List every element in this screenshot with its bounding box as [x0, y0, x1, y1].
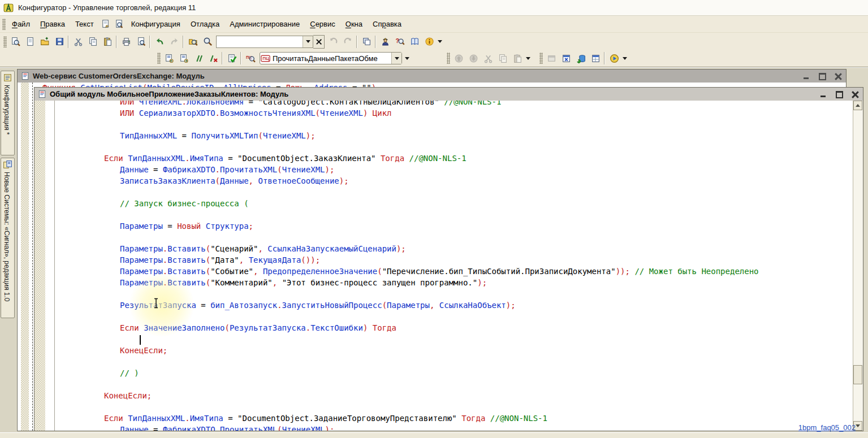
code-line[interactable] [55, 187, 853, 198]
scroll-thumb[interactable] [853, 365, 862, 384]
goto-next-procedure-button[interactable] [176, 51, 191, 65]
toolbar-overflow-button[interactable] [621, 52, 628, 64]
code-line[interactable]: ИЛИ ЧтениеXML.ЛокальноеИмя = "CatalogObj… [55, 101, 853, 107]
toolbar-drag-handle[interactable] [539, 53, 543, 64]
code-line[interactable]: КонецЕсли; [55, 345, 853, 356]
toolbar-drag-handle[interactable] [447, 53, 450, 64]
redo-button[interactable] [167, 35, 182, 49]
menu-сервис[interactable]: Сервис [305, 18, 340, 31]
code-line[interactable]: Если ТипДанныхXML.ИмяТипа = "DocumentObj… [55, 153, 853, 164]
print-button[interactable] [119, 35, 133, 49]
procedure-combo-dropdown-button[interactable] [391, 53, 401, 64]
code-line[interactable] [55, 379, 853, 390]
menu-отладка[interactable]: Отладка [185, 18, 224, 31]
front-close-button[interactable] [850, 90, 860, 98]
code-line[interactable] [55, 141, 853, 153]
close-window-button[interactable] [559, 51, 573, 65]
back-minimize-button[interactable] [802, 72, 811, 80]
print-preview-button[interactable] [133, 35, 148, 49]
nav-forward-button[interactable] [340, 35, 355, 49]
back-window-titlebar[interactable]: Web-сервис CustomerOrdersExchange: Модул… [18, 70, 846, 83]
global-search-button[interactable] [185, 35, 200, 49]
code-line[interactable]: ЗаписатьЗаказКлиента(Данные, ОтветноеСоо… [55, 175, 853, 187]
remove-comment-button[interactable] [206, 51, 221, 65]
menu-конфигурация[interactable]: Конфигурация [126, 18, 185, 31]
help-contents-button[interactable] [407, 35, 422, 49]
menu-окна[interactable]: Окна [340, 18, 368, 31]
front-window-titlebar[interactable]: Общий модуль МобильноеПриложениеЗаказыКл… [34, 88, 863, 101]
toolbar-drag-handle[interactable] [3, 36, 7, 47]
procedure-combo[interactable]: ПЦПрочитатьДанныеПакетаОбме [260, 52, 402, 64]
code-line[interactable] [55, 119, 853, 130]
save-button[interactable] [52, 35, 67, 49]
copy-block-button[interactable] [495, 51, 510, 65]
vertical-scrollbar[interactable] [853, 101, 863, 431]
menu-текст[interactable]: Текст [70, 18, 99, 31]
back-close-button[interactable] [834, 72, 843, 80]
windows-list-button[interactable] [359, 35, 374, 49]
code-line[interactable]: // ) [55, 367, 853, 379]
about-button[interactable] [422, 35, 437, 49]
code-line[interactable]: КонецЕсли; [55, 390, 853, 401]
open-button[interactable] [37, 35, 52, 49]
code-line[interactable]: // Запуск бизнес-процесса ( [55, 198, 853, 209]
new-document-button[interactable] [23, 35, 37, 49]
add-comment-button[interactable] [191, 51, 206, 65]
move-up-button[interactable] [451, 51, 466, 65]
nav-back-button[interactable] [326, 35, 340, 49]
move-down-button[interactable] [466, 51, 481, 65]
code-editor[interactable]: ИЛИ ЧтениеXML.ЛокальноеИмя = "CatalogObj… [55, 101, 853, 431]
code-line[interactable]: Если ЗначениеЗаполнено(РезультатЗапуска.… [55, 322, 853, 333]
start-debugging-button[interactable] [607, 51, 621, 65]
update-db-config-button[interactable] [573, 51, 588, 65]
code-line[interactable] [55, 401, 853, 413]
code-line[interactable]: Параметры.Вставить("Событие", Предопреде… [55, 266, 853, 277]
breakpoint-margin[interactable] [34, 101, 45, 431]
code-line[interactable]: РезультатЗапуска = бип_Автозапуск.Запуст… [55, 300, 853, 311]
code-line[interactable] [55, 232, 853, 243]
code-line[interactable]: Если ТипДанныхXML.ИмяТипа = "DocumentObj… [55, 413, 853, 424]
front-maximize-button[interactable] [835, 90, 844, 98]
syntax-check-button[interactable] [224, 51, 239, 65]
global-search-combo[interactable] [216, 36, 313, 48]
code-line[interactable] [55, 333, 853, 345]
code-line[interactable]: Параметры.Вставить("Комментарий", "Этот … [55, 277, 853, 288]
goto-prev-procedure-button[interactable] [162, 51, 176, 65]
help-search-button[interactable]: ? [392, 35, 407, 49]
search-clear-button[interactable] [313, 35, 325, 49]
zoom-button[interactable] [200, 35, 215, 49]
toolbar-overflow-button[interactable] [437, 36, 443, 48]
cut-block-button[interactable] [481, 51, 495, 65]
paste-button[interactable] [100, 35, 115, 49]
open-find-button[interactable] [8, 35, 23, 49]
global-search-input[interactable] [217, 36, 303, 47]
syntax-assistant-button[interactable] [378, 35, 392, 49]
code-line[interactable] [55, 356, 853, 367]
code-line[interactable] [55, 311, 853, 322]
tpl-edit-icon[interactable] [99, 18, 113, 31]
code-line[interactable]: ИЛИ СериализаторXDTO.ВозможностьЧтенияXM… [55, 107, 853, 119]
tab-new-systems[interactable]: Новые Системы: «Сигнал», редакция 1.0 [1, 158, 15, 318]
code-line[interactable]: ТипДанныхXML = ПолучитьXMLТип(ЧтениеXML)… [55, 130, 853, 141]
tpl-find-icon[interactable] [113, 18, 126, 31]
search-combo-dropdown-button[interactable] [303, 36, 313, 47]
front-minimize-button[interactable] [819, 90, 828, 98]
menu-файл[interactable]: Файл [7, 18, 35, 31]
toolbar-overflow-button[interactable] [404, 52, 411, 64]
window-settings-button[interactable] [544, 51, 559, 65]
code-line[interactable] [55, 209, 853, 220]
code-line[interactable]: Параметры.Вставить("Сценарий", СсылкаНаЗ… [55, 243, 853, 254]
back-breakpoint-margin[interactable] [21, 83, 29, 431]
cut-button[interactable] [71, 35, 85, 49]
paste-block-button[interactable] [510, 51, 525, 65]
code-line[interactable] [55, 288, 853, 300]
scroll-up-button[interactable] [853, 101, 862, 110]
copy-button[interactable] [85, 35, 100, 49]
code-line[interactable]: Параметры.Вставить("Дата", ТекущаяДата()… [55, 254, 853, 266]
code-line[interactable]: Данные = ФабрикаXDTO.ПрочитатьXML(Чтение… [55, 164, 853, 175]
tab-configuration[interactable]: Конфигурация * [1, 71, 15, 155]
app-titlebar[interactable]: Конфигуратор - Управление торговлей, ред… [0, 0, 868, 16]
toolbar-overflow-button[interactable] [525, 52, 532, 64]
menu-справка[interactable]: Справка [368, 18, 407, 31]
menubar-drag-handle[interactable] [2, 19, 6, 30]
